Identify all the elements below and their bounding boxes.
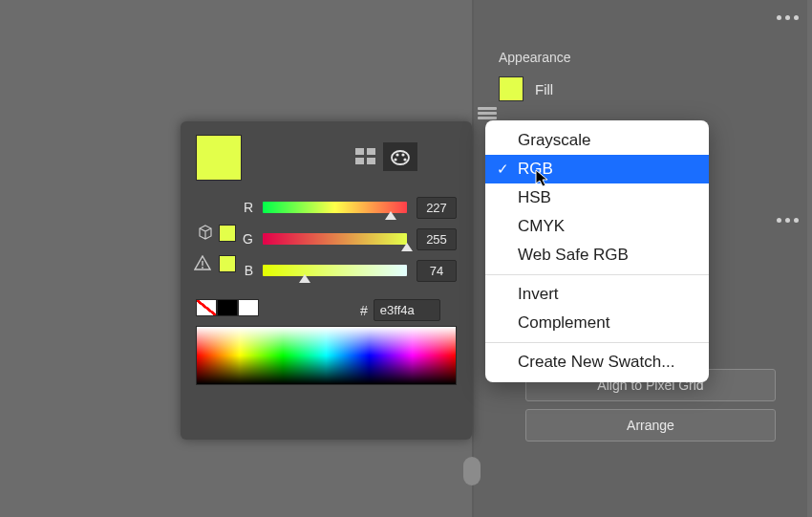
red-label: R (196, 200, 263, 215)
menu-separator (485, 274, 709, 275)
swatches-mode-button[interactable] (349, 142, 383, 171)
red-slider-thumb[interactable] (385, 211, 396, 220)
none-swatch[interactable] (196, 299, 217, 316)
arrange-button[interactable]: Arrange (525, 409, 776, 442)
black-swatch[interactable] (217, 299, 238, 316)
section-menu-icon[interactable] (777, 218, 799, 223)
fill-row[interactable]: Fill (499, 76, 553, 101)
svg-rect-1 (367, 148, 375, 155)
menu-separator (485, 342, 709, 343)
menu-item-complement[interactable]: Complement (485, 309, 709, 337)
current-color-swatch[interactable] (196, 135, 242, 181)
menu-item-web-safe-rgb[interactable]: Web Safe RGB (485, 241, 709, 269)
white-swatch[interactable] (238, 299, 259, 316)
green-slider-row: G 255 (196, 226, 457, 252)
hex-row: # e3ff4a (360, 299, 440, 321)
green-slider-thumb[interactable] (401, 243, 413, 251)
red-slider-row: R 227 (196, 194, 457, 221)
svg-point-8 (394, 158, 396, 161)
blue-slider-row: B 74 (196, 257, 457, 284)
svg-rect-0 (355, 148, 364, 155)
svg-point-5 (395, 153, 398, 156)
menu-item-create-swatch[interactable]: Create New Swatch... (485, 348, 709, 377)
menu-item-hsb[interactable]: HSB (485, 183, 709, 212)
resize-handle[interactable] (463, 457, 481, 485)
fill-swatch[interactable] (499, 76, 524, 101)
fill-label: Fill (535, 81, 553, 97)
panel-menu-icon[interactable] (777, 15, 799, 20)
svg-rect-2 (355, 158, 364, 164)
appearance-heading: Appearance (499, 50, 571, 65)
blue-label: B (196, 263, 263, 278)
menu-item-cmyk[interactable]: CMYK (485, 212, 709, 241)
green-value-input[interactable]: 255 (417, 228, 457, 250)
color-model-menu: Grayscale ✓RGB HSB CMYK Web Safe RGB Inv… (485, 120, 709, 382)
menu-item-grayscale[interactable]: Grayscale (485, 126, 709, 155)
blue-value-input[interactable]: 74 (417, 260, 457, 282)
menu-item-rgb[interactable]: ✓RGB (485, 155, 709, 183)
color-spectrum[interactable] (196, 326, 457, 385)
svg-rect-3 (367, 158, 375, 164)
hash-label: # (360, 303, 368, 318)
hex-input[interactable]: e3ff4a (374, 299, 440, 321)
red-slider[interactable] (263, 202, 407, 213)
list-toggle-icon[interactable] (478, 107, 497, 120)
green-slider[interactable] (263, 233, 407, 245)
color-picker-panel: R 227 G 255 B 74 # e3ff4a (181, 121, 472, 440)
svg-point-6 (401, 153, 404, 156)
red-value-input[interactable]: 227 (417, 197, 457, 219)
picker-mode-toggle (349, 142, 417, 171)
none-black-white-swatches (196, 299, 259, 316)
blue-slider[interactable] (263, 265, 407, 276)
color-mode-button[interactable] (383, 142, 417, 171)
svg-point-4 (392, 151, 409, 164)
svg-point-7 (403, 158, 406, 161)
green-label: G (196, 231, 263, 247)
blue-slider-thumb[interactable] (299, 274, 310, 283)
menu-item-invert[interactable]: Invert (485, 280, 709, 309)
checkmark-icon: ✓ (497, 161, 509, 178)
